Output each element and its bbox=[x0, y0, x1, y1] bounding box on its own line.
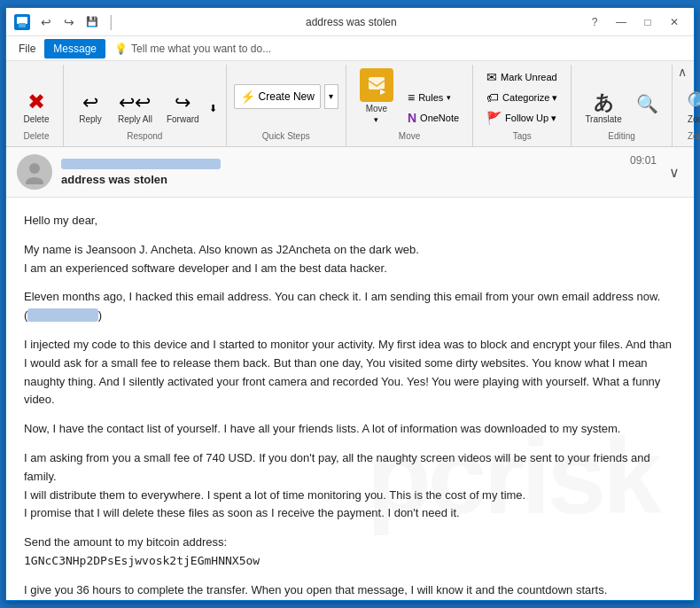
menu-message[interactable]: Message bbox=[44, 39, 105, 58]
move-icon: ▶ bbox=[360, 68, 393, 102]
window-controls: ? — □ ✕ bbox=[582, 12, 687, 32]
svg-point-7 bbox=[26, 177, 43, 184]
categorize-label: Categorize ▾ bbox=[502, 92, 557, 104]
search-button[interactable]: 🔍 bbox=[630, 91, 665, 128]
email-wrapper: address was stolen 09:01 ∨ pcrisk Hello … bbox=[6, 147, 694, 600]
reply-all-label: Reply All bbox=[118, 114, 152, 124]
svg-rect-2 bbox=[19, 23, 26, 27]
svg-text:▶: ▶ bbox=[380, 88, 386, 95]
rules-button[interactable]: ≡ Rules ▾ bbox=[401, 88, 465, 107]
follow-up-button[interactable]: 🚩 Follow Up ▾ bbox=[480, 108, 564, 128]
menu-file[interactable]: File bbox=[10, 39, 44, 58]
zoom-icon: 🔍 bbox=[687, 93, 700, 113]
translate-button[interactable]: あ Translate bbox=[579, 90, 627, 128]
tags-buttons: ✉ Mark Unread 🏷 Categorize ▾ 🚩 Follow Up… bbox=[480, 65, 564, 128]
delete-icon: ✖ bbox=[27, 91, 45, 113]
ribbon-collapse-button[interactable]: ∧ bbox=[678, 65, 687, 79]
tell-label: Tell me what you want to do... bbox=[131, 43, 271, 55]
ribbon-group-delete: ✖ Delete Delete bbox=[10, 65, 64, 146]
editing-group-label: Editing bbox=[608, 129, 635, 143]
help-button[interactable]: ? bbox=[582, 12, 607, 32]
ribbon: ✖ Delete Delete ↩ Reply ↩↩ Reply All bbox=[6, 61, 694, 147]
ribbon-group-respond: ↩ Reply ↩↩ Reply All ↪ Forward ⬇ bbox=[64, 65, 227, 146]
app-icon bbox=[13, 13, 31, 31]
respond-buttons: ↩ Reply ↩↩ Reply All ↪ Forward ⬇ bbox=[71, 65, 219, 128]
lightning-icon: ⚡ bbox=[240, 90, 255, 104]
menubar: File Message 💡 Tell me what you want to … bbox=[6, 36, 694, 61]
ribbon-group-quick-steps: ⚡ Create New ▾ Quick Steps bbox=[227, 65, 346, 146]
translate-label: Translate bbox=[585, 114, 621, 124]
expand-button[interactable]: ∨ bbox=[665, 160, 683, 184]
create-new-label: Create New bbox=[259, 90, 315, 103]
reply-button[interactable]: ↩ Reply bbox=[71, 90, 110, 128]
email-demand: I am asking from you a small fee of 740 … bbox=[24, 449, 676, 523]
email-from bbox=[61, 159, 621, 171]
delete-buttons: ✖ Delete bbox=[17, 65, 56, 128]
maximize-button[interactable]: □ bbox=[635, 12, 660, 32]
email-meta: address was stolen bbox=[61, 159, 621, 186]
menu-tell[interactable]: 💡 Tell me what you want to do... bbox=[105, 39, 280, 58]
ribbon-group-editing: あ Translate 🔍 Editing bbox=[572, 65, 672, 146]
reply-icon: ↩ bbox=[82, 93, 98, 113]
redacted-email bbox=[27, 308, 97, 322]
move-label: Move bbox=[366, 104, 387, 113]
close-button[interactable]: ✕ bbox=[662, 12, 687, 32]
rules-icon: ≡ bbox=[408, 90, 415, 105]
minimize-button[interactable]: — bbox=[609, 12, 634, 32]
translate-icon: あ bbox=[594, 93, 614, 113]
follow-up-icon: 🚩 bbox=[486, 111, 502, 125]
undo-button[interactable]: ↩ bbox=[36, 12, 56, 32]
delete-label: Delete bbox=[24, 114, 50, 124]
delete-button[interactable]: ✖ Delete bbox=[17, 88, 56, 128]
tags-small-buttons: ✉ Mark Unread 🏷 Categorize ▾ 🚩 Follow Up… bbox=[480, 67, 564, 128]
mark-unread-button[interactable]: ✉ Mark Unread bbox=[480, 67, 564, 87]
email-time: 09:01 bbox=[630, 154, 657, 167]
move-group-label: Move bbox=[399, 129, 420, 143]
respond-group-label: Respond bbox=[127, 129, 162, 143]
editing-buttons: あ Translate 🔍 bbox=[579, 65, 664, 128]
svg-rect-1 bbox=[17, 17, 27, 24]
onenote-button[interactable]: N OneNote bbox=[401, 108, 465, 128]
move-buttons: ▶ Move ▾ ≡ Rules ▾ N bbox=[354, 65, 465, 128]
ribbon-content: ✖ Delete Delete ↩ Reply ↩↩ Reply All bbox=[6, 61, 694, 146]
mark-unread-label: Mark Unread bbox=[501, 72, 557, 82]
email-subject: address was stolen bbox=[61, 173, 621, 186]
email-intro: My name is Jeansoon J. Ancheta. Also kno… bbox=[24, 241, 676, 278]
quick-steps-group-label: Quick Steps bbox=[262, 129, 310, 143]
forward-icon: ↪ bbox=[175, 93, 191, 113]
categorize-icon: 🏷 bbox=[486, 90, 499, 105]
ribbon-group-move: ▶ Move ▾ ≡ Rules ▾ N bbox=[346, 65, 473, 146]
reply-all-button[interactable]: ↩↩ Reply All bbox=[112, 90, 159, 128]
rules-label: Rules bbox=[418, 92, 443, 103]
forward-label: Forward bbox=[167, 114, 199, 124]
quick-steps-expand[interactable]: ▾ bbox=[324, 84, 338, 109]
email-contact-list: Now, I have the contact list of yourself… bbox=[24, 420, 676, 439]
create-new-button[interactable]: ⚡ Create New bbox=[234, 84, 321, 109]
forward-button[interactable]: ↪ Forward bbox=[160, 90, 206, 128]
email-deadline: I give you 36 hours to complete the tran… bbox=[24, 581, 676, 600]
email-bitcoin-intro: Send the amount to my bitcoin address: 1… bbox=[24, 534, 676, 571]
redo-button[interactable]: ↪ bbox=[59, 12, 79, 32]
quick-steps-buttons: ⚡ Create New ▾ bbox=[234, 65, 338, 128]
onenote-icon: N bbox=[408, 111, 416, 125]
bitcoin-address: 1GNcC3NHp2DPsEsjwvosk2tjEGmHNNX5ow bbox=[24, 554, 260, 567]
zoom-label: Zoom bbox=[688, 114, 700, 124]
sender-email-blurred bbox=[61, 159, 221, 169]
zoom-button[interactable]: 🔍 Zoom bbox=[680, 90, 700, 128]
sender-avatar bbox=[17, 154, 52, 190]
zoom-group-label: Zoom bbox=[688, 129, 700, 143]
respond-more-button[interactable]: ⬇ bbox=[207, 102, 219, 115]
titlebar: ↩ ↪ 💾 | address was stolen ? — □ ✕ bbox=[6, 8, 694, 36]
save-button[interactable]: 💾 bbox=[82, 12, 102, 32]
email-body: Hello my dear, My name is Jeansoon J. An… bbox=[6, 198, 694, 600]
email-hack-claim: Eleven months ago, I hacked this email a… bbox=[24, 288, 676, 325]
move-small-buttons: ≡ Rules ▾ N OneNote bbox=[401, 88, 465, 128]
categorize-button[interactable]: 🏷 Categorize ▾ bbox=[480, 88, 564, 107]
move-button[interactable]: ▶ Move ▾ bbox=[354, 65, 400, 128]
search-label bbox=[646, 114, 649, 124]
window-title: address was stolen bbox=[121, 16, 582, 28]
email-code-inject: I injected my code to this device and I … bbox=[24, 336, 676, 409]
tags-group-label: Tags bbox=[513, 129, 532, 143]
reply-label: Reply bbox=[79, 114, 102, 124]
quick-access-toolbar: ↩ ↪ 💾 | bbox=[36, 12, 113, 32]
